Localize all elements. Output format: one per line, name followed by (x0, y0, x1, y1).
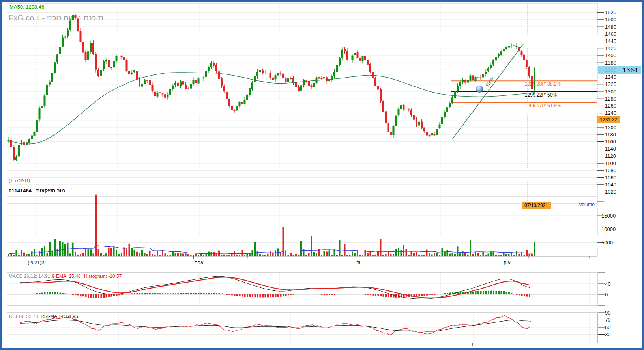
cursor-price-marker: 1231.22 (597, 116, 620, 123)
price-axis-label: 1420 (605, 45, 616, 51)
volume-bars (8, 195, 535, 256)
price-axis-label: 1300 (605, 89, 616, 95)
price-axis-label: 1480 (605, 24, 616, 30)
chart-canvas[interactable]: FxG.co.il - תוכנת ניתוח טכני 1329.38P' 3… (0, 0, 644, 350)
candlesticks (8, 12, 536, 161)
rsi-curve (20, 315, 530, 335)
indicator-panels (7, 273, 598, 343)
configuration-label: (תצורה 1) (9, 177, 30, 183)
volume-axis-title: Volume (579, 202, 595, 207)
rsi-label: RSI 14: 52.73 (9, 314, 38, 319)
macd-axis-label: 0 (605, 292, 608, 298)
price-axis-label: 1500 (605, 17, 616, 22)
macd-ema-label: 9 EMA: 25.48 (52, 274, 81, 279)
macd-histogram-label: Histogram: -10.57 (84, 274, 122, 279)
price-axis-label: 1340 (605, 74, 616, 80)
price-axis-label: 1120 (605, 153, 616, 159)
cursor-date-marker: 07/10/2021 (522, 202, 551, 209)
rsi-axis-label: 30 (605, 331, 610, 337)
price-axis-label: 1280 (605, 96, 616, 102)
macd-axis-label: 40 (605, 281, 610, 287)
price-axis-label: 1160 (605, 139, 616, 145)
month-label: יול (357, 260, 362, 265)
price-axis-label: 1240 (605, 110, 616, 116)
price-axis-label: 1460 (605, 31, 616, 37)
macd-label: MACD 26/12: 14.91 (9, 274, 50, 279)
price-axis-label: 1260 (605, 103, 616, 109)
month-label: אוק (504, 260, 511, 265)
fib-label: 1329.38P' 38.2% (525, 81, 561, 87)
month-label: ינו(2021) (28, 260, 46, 265)
price-axis-label: 1400 (605, 52, 616, 58)
price-axis-label: 1440 (605, 38, 616, 44)
volume-axis-label: 5000 (601, 240, 613, 246)
price-axis-label: 1020 (605, 189, 616, 195)
ma50-label: MA50: 1298.46 (9, 4, 44, 10)
trendline-handle-ball[interactable] (476, 86, 483, 93)
volume-axis-label: 15000 (601, 213, 616, 219)
rsi-axis-label: 90 (605, 310, 610, 316)
price-axis-label: 1180 (605, 132, 616, 138)
last-price-value: 1364 (623, 67, 641, 74)
price-axis-label: 1520 (605, 9, 616, 15)
price-axis-label: 1200 (605, 125, 616, 130)
fib-label: 1269.07P' 61.8% (525, 103, 561, 108)
rsi-axis-label: 50 (605, 324, 610, 330)
month-label: אפר (195, 260, 203, 265)
volume-axis-label: 10000 (601, 226, 616, 232)
price-axis-label: 1140 (605, 146, 616, 152)
chart-window: FxG.co.il - תוכנת ניתוח טכני 1329.38P' 3… (0, 0, 644, 350)
price-axis-label: 1080 (605, 168, 616, 173)
price-axis-label: 1040 (605, 182, 616, 188)
security-name-label: מור השקעות : 01141464 (9, 188, 65, 194)
watermark: FxG.co.il - תוכנת ניתוח טכני (9, 13, 103, 22)
price-axis-label: 1060 (605, 175, 616, 181)
rsi-ma-label: RSI-MA 14: 64.95 (41, 314, 78, 319)
price-axis-label: 1100 (605, 160, 616, 166)
fibonacci-levels: 1329.38P' 38.2%1299.22P' 50%1269.07P' 61… (451, 81, 597, 108)
last-price-marker: 1364 (598, 66, 641, 74)
price-axis-label: 1380 (605, 60, 616, 66)
rsi-axis-label: 70 (605, 317, 610, 323)
price-axis-label: 1320 (605, 81, 616, 87)
